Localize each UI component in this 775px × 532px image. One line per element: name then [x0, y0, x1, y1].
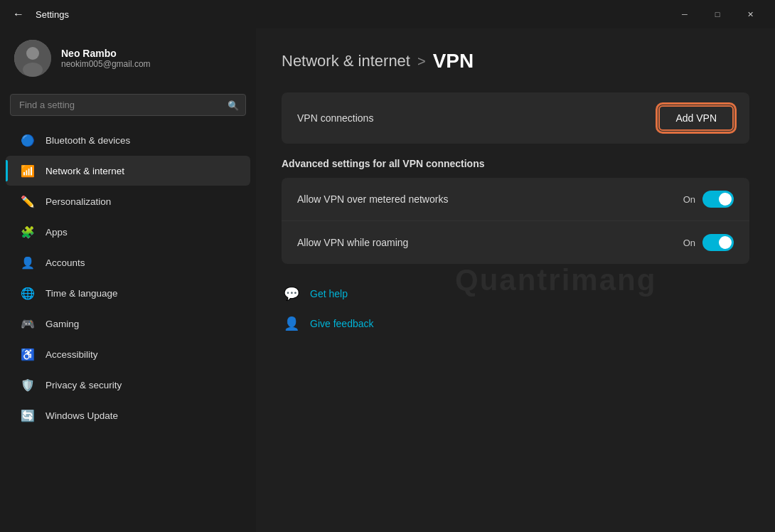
setting-row-metered: Allow VPN over metered networks On	[282, 178, 749, 220]
sidebar-item-label: Bluetooth & devices	[46, 135, 130, 146]
accounts-icon: 👤	[20, 255, 36, 270]
sidebar-item-gaming[interactable]: 🎮 Gaming	[6, 309, 250, 339]
toggle-roaming-state: On	[683, 238, 695, 248]
toggle-roaming[interactable]	[702, 234, 734, 251]
time-icon: 🌐	[20, 285, 36, 301]
vpn-connections-card: VPN connections Add VPN	[282, 92, 749, 144]
back-button[interactable]: ←	[9, 5, 28, 23]
breadcrumb-separator: >	[417, 53, 426, 70]
toggle-metered-wrap: On	[683, 191, 734, 208]
close-button[interactable]: ✕	[734, 3, 766, 26]
vpn-connections-label: VPN connections	[297, 112, 373, 124]
restore-button[interactable]: □	[701, 3, 734, 26]
sidebar-item-network[interactable]: 📶 Network & internet	[6, 156, 250, 186]
sidebar-item-label: Time & language	[46, 288, 118, 299]
user-email: neokim005@gmail.com	[61, 59, 151, 69]
privacy-icon: 🛡️	[20, 377, 36, 393]
search-box: 🔍	[10, 94, 246, 116]
help-links: 💬 Get help 👤 Give feedback	[282, 284, 749, 334]
toggle-metered-state: On	[683, 194, 695, 205]
sidebar-item-apps[interactable]: 🧩 Apps	[6, 217, 250, 247]
search-input[interactable]	[10, 94, 246, 116]
advanced-settings-card: Allow VPN over metered networks On Allow…	[282, 178, 749, 264]
svg-point-1	[26, 47, 39, 60]
sidebar-item-accounts[interactable]: 👤 Accounts	[6, 248, 250, 277]
feedback-link[interactable]: Give feedback	[310, 318, 374, 329]
breadcrumb-current: VPN	[433, 50, 474, 73]
sidebar-item-accessibility[interactable]: ♿ Accessibility	[6, 339, 250, 369]
vpn-connections-row: VPN connections Add VPN	[297, 105, 734, 131]
sidebar-item-bluetooth[interactable]: 🔵 Bluetooth & devices	[6, 125, 250, 155]
add-vpn-button[interactable]: Add VPN	[658, 105, 734, 131]
setting-roaming-label: Allow VPN while roaming	[297, 237, 408, 248]
setting-row-roaming: Allow VPN while roaming On	[282, 220, 749, 264]
breadcrumb: Network & internet > VPN	[282, 50, 749, 73]
network-icon: 📶	[20, 163, 36, 179]
content-area: Quantrimang Network & internet > VPN VPN…	[256, 28, 775, 532]
bluetooth-icon: 🔵	[20, 132, 36, 148]
breadcrumb-parent: Network & internet	[282, 52, 410, 70]
nav-items: 🔵 Bluetooth & devices 📶 Network & intern…	[0, 124, 256, 526]
get-help-row[interactable]: 💬 Get help	[282, 284, 749, 304]
app-title: Settings	[36, 9, 69, 20]
main-layout: Neo Rambo neokim005@gmail.com 🔍 🔵 Blueto…	[0, 28, 775, 532]
sidebar-item-update[interactable]: 🔄 Windows Update	[6, 400, 250, 430]
setting-metered-label: Allow VPN over metered networks	[297, 193, 448, 205]
sidebar-item-label: Privacy & security	[46, 380, 122, 390]
search-icon: 🔍	[228, 100, 239, 110]
feedback-icon: 👤	[282, 314, 301, 334]
toggle-metered[interactable]	[702, 191, 734, 208]
get-help-link[interactable]: Get help	[310, 288, 348, 299]
sidebar-item-label: Gaming	[46, 319, 79, 329]
personalization-icon: ✏️	[20, 193, 36, 209]
gaming-icon: 🎮	[20, 316, 36, 331]
user-info: Neo Rambo neokim005@gmail.com	[61, 48, 151, 69]
update-icon: 🔄	[20, 408, 36, 423]
advanced-settings-section: Advanced settings for all VPN connection…	[282, 158, 749, 264]
advanced-settings-title: Advanced settings for all VPN connection…	[282, 158, 749, 169]
sidebar-item-time[interactable]: 🌐 Time & language	[6, 278, 250, 308]
get-help-icon: 💬	[282, 284, 301, 304]
sidebar-item-privacy[interactable]: 🛡️ Privacy & security	[6, 370, 250, 400]
user-profile[interactable]: Neo Rambo neokim005@gmail.com	[0, 28, 256, 88]
sidebar-item-label: Accounts	[46, 257, 85, 268]
svg-point-2	[23, 63, 43, 77]
sidebar-item-label: Accessibility	[46, 349, 98, 360]
toggle-roaming-wrap: On	[683, 234, 734, 251]
feedback-row[interactable]: 👤 Give feedback	[282, 314, 749, 334]
avatar-image	[14, 40, 51, 77]
sidebar-item-label: Network & internet	[46, 166, 124, 176]
sidebar: Neo Rambo neokim005@gmail.com 🔍 🔵 Blueto…	[0, 28, 256, 532]
minimize-button[interactable]: ─	[668, 3, 701, 26]
avatar	[14, 40, 51, 77]
window-controls: ─ □ ✕	[668, 3, 766, 26]
titlebar: ← Settings ─ □ ✕	[0, 0, 775, 28]
titlebar-left: ← Settings	[9, 5, 69, 23]
apps-icon: 🧩	[20, 224, 36, 240]
sidebar-item-label: Personalization	[46, 196, 111, 207]
sidebar-item-personalization[interactable]: ✏️ Personalization	[6, 186, 250, 216]
sidebar-item-label: Windows Update	[46, 410, 118, 421]
sidebar-item-label: Apps	[46, 227, 68, 238]
accessibility-icon: ♿	[20, 346, 36, 362]
user-name: Neo Rambo	[61, 48, 151, 59]
